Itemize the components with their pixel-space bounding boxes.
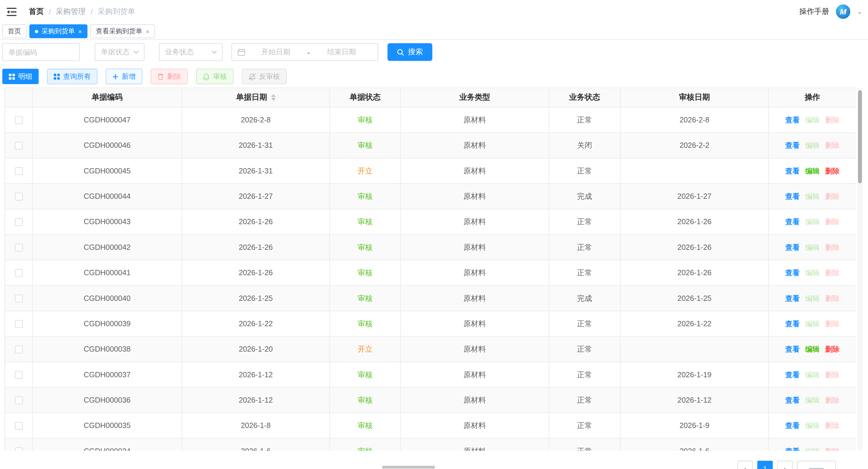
chevron-down-icon[interactable]: ⌄ — [857, 8, 862, 15]
search-button[interactable]: 搜索 — [388, 43, 432, 61]
audit-button[interactable]: 审核 — [196, 69, 234, 84]
row-checkbox[interactable] — [15, 447, 22, 451]
edit-link[interactable]: 编辑 — [805, 268, 819, 277]
view-link[interactable]: 查看 — [785, 115, 800, 124]
user-avatar-logo[interactable]: M — [836, 4, 850, 19]
manual-link[interactable]: 操作手册 — [799, 7, 829, 17]
delete-link[interactable]: 删除 — [825, 115, 839, 124]
tab-home[interactable]: 首页 — [2, 25, 27, 38]
pagination-next-button[interactable]: › — [777, 461, 793, 469]
date-range-picker[interactable]: 开始日期 - 结束日期 — [231, 43, 378, 61]
row-checkbox[interactable] — [15, 117, 22, 124]
view-link[interactable]: 查看 — [785, 268, 800, 277]
pagination-page-1-active[interactable]: 1 — [757, 461, 773, 469]
row-checkbox[interactable] — [15, 218, 22, 226]
col-header-biz-status[interactable]: 业务状态 — [549, 88, 620, 107]
delete-link[interactable]: 删除 — [825, 166, 839, 175]
breadcrumb-home[interactable]: 首页 — [29, 7, 44, 17]
view-link[interactable]: 查看 — [785, 243, 800, 251]
edit-link[interactable]: 编辑 — [805, 319, 819, 327]
menu-collapse-icon[interactable] — [6, 7, 18, 17]
delete-link[interactable]: 删除 — [825, 217, 839, 226]
delete-link[interactable]: 删除 — [825, 345, 839, 353]
edit-link[interactable]: 编辑 — [805, 141, 819, 149]
edit-link[interactable]: 编辑 — [805, 166, 819, 175]
edit-link[interactable]: 编辑 — [805, 370, 819, 378]
row-checkbox[interactable] — [15, 244, 22, 252]
row-checkbox[interactable] — [15, 422, 22, 430]
edit-link[interactable]: 编辑 — [805, 115, 819, 124]
row-checkbox[interactable] — [15, 320, 22, 328]
close-icon[interactable]: × — [146, 28, 150, 35]
cell-doc-status: 审核 — [330, 235, 400, 260]
doc-status-select[interactable]: 单据状态 — [95, 43, 145, 61]
delete-link[interactable]: 删除 — [825, 192, 839, 200]
tab-view-purchase-arrival[interactable]: 查看采购到货单 × — [90, 25, 155, 38]
edit-link[interactable]: 编辑 — [805, 396, 819, 404]
edit-link[interactable]: 编辑 — [805, 217, 819, 226]
delete-button[interactable]: 删除 — [151, 69, 188, 84]
row-checkbox[interactable] — [15, 397, 22, 404]
unaudit-button[interactable]: 反审核 — [242, 69, 286, 84]
edit-link[interactable]: 编辑 — [805, 447, 819, 451]
row-checkbox[interactable] — [15, 346, 22, 353]
add-button[interactable]: 新增 — [106, 69, 143, 84]
end-date-placeholder[interactable]: 结束日期 — [311, 47, 372, 57]
col-header-doc-code[interactable]: 单据编码 — [32, 88, 182, 107]
col-header-doc-date[interactable]: 单据日期 — [182, 88, 330, 107]
view-link[interactable]: 查看 — [785, 396, 800, 404]
horizontal-scrollbar-thumb[interactable] — [382, 466, 435, 468]
col-header-biz-type[interactable]: 业务类型 — [400, 88, 549, 107]
row-checkbox[interactable] — [15, 193, 22, 201]
view-link[interactable]: 查看 — [785, 217, 800, 226]
doc-code-input[interactable] — [2, 43, 80, 61]
view-link[interactable]: 查看 — [785, 141, 800, 149]
row-checkbox[interactable] — [15, 295, 22, 302]
delete-link[interactable]: 删除 — [825, 396, 839, 404]
checkbox-cell — [5, 362, 32, 387]
col-header-audit-date[interactable]: 审核日期 — [620, 88, 769, 107]
delete-link[interactable]: 删除 — [825, 421, 839, 430]
view-link[interactable]: 查看 — [785, 166, 800, 175]
pagination-size-select[interactable] — [797, 461, 836, 469]
view-link[interactable]: 查看 — [785, 319, 800, 327]
close-icon[interactable]: × — [78, 28, 82, 35]
delete-link[interactable]: 删除 — [825, 141, 839, 149]
edit-link[interactable]: 编辑 — [805, 243, 819, 251]
vertical-scrollbar-thumb[interactable] — [858, 90, 862, 183]
view-link[interactable]: 查看 — [785, 192, 800, 200]
tab-label: 采购到货单 — [41, 27, 75, 36]
col-header-doc-status[interactable]: 单据状态 — [330, 88, 400, 107]
view-link[interactable]: 查看 — [785, 370, 800, 378]
tab-purchase-arrival-active[interactable]: 采购到货单 × — [30, 25, 88, 38]
delete-link[interactable]: 删除 — [825, 319, 839, 327]
edit-link[interactable]: 编辑 — [805, 192, 819, 200]
start-date-placeholder[interactable]: 开始日期 — [245, 47, 306, 57]
row-checkbox[interactable] — [15, 371, 22, 379]
query-all-button[interactable]: 查询所有 — [47, 69, 98, 84]
cell-audit-date: 2026-2-8 — [620, 107, 769, 133]
cell-biz-type: 原材料 — [400, 107, 549, 133]
delete-link[interactable]: 删除 — [825, 294, 839, 302]
detail-button[interactable]: 明细 — [2, 69, 39, 84]
row-checkbox[interactable] — [15, 142, 22, 150]
delete-link[interactable]: 删除 — [825, 243, 839, 251]
edit-link[interactable]: 编辑 — [805, 345, 819, 353]
delete-link[interactable]: 删除 — [825, 370, 839, 378]
pagination-prev-button[interactable]: ‹ — [737, 461, 753, 469]
view-link[interactable]: 查看 — [785, 421, 800, 430]
edit-link[interactable]: 编辑 — [805, 421, 819, 430]
view-link[interactable]: 查看 — [785, 345, 800, 353]
biz-status-select[interactable]: 业务状态 — [159, 43, 223, 61]
edit-link[interactable]: 编辑 — [805, 294, 819, 302]
view-link[interactable]: 查看 — [785, 294, 800, 302]
cell-biz-type: 原材料 — [400, 387, 549, 413]
row-checkbox[interactable] — [15, 269, 22, 277]
delete-link[interactable]: 删除 — [825, 268, 839, 277]
sort-icon[interactable] — [271, 94, 275, 101]
view-link[interactable]: 查看 — [785, 447, 800, 451]
breadcrumb-purchase-mgmt[interactable]: 采购管理 — [56, 7, 86, 17]
row-checkbox[interactable] — [15, 167, 22, 175]
vertical-scrollbar[interactable] — [857, 88, 862, 451]
delete-link[interactable]: 删除 — [825, 447, 839, 451]
